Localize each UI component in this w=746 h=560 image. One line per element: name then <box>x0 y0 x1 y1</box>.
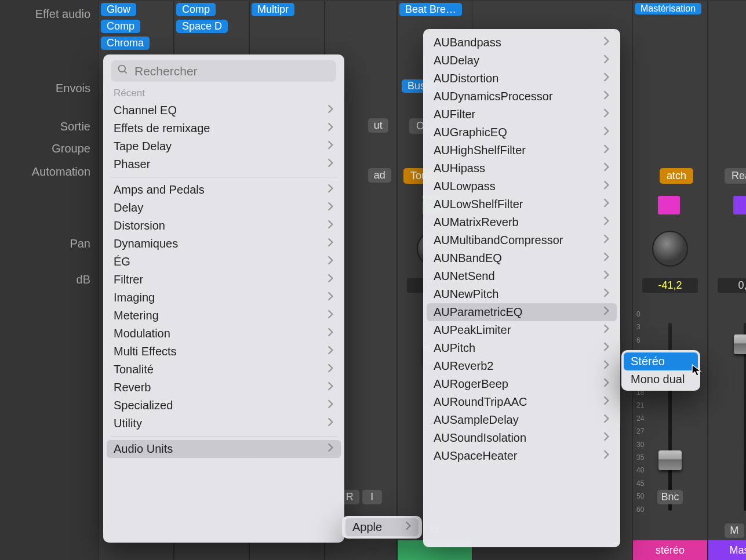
fx-plugin[interactable]: Comp <box>101 20 140 33</box>
output-button[interactable]: ut <box>368 118 388 133</box>
menu-item[interactable]: AUDelay <box>427 52 617 70</box>
menu-item[interactable]: Tape Delay <box>107 137 341 155</box>
menu-item[interactable]: AUReverb2 <box>427 357 617 375</box>
menu-item[interactable]: Modulation <box>107 325 341 343</box>
menu-item[interactable]: Channel EQ <box>107 101 341 119</box>
fx-plugin[interactable]: Glow <box>101 3 136 16</box>
menu-item[interactable]: AUGraphicEQ <box>427 123 617 141</box>
menu-item[interactable]: AUBandpass <box>427 34 617 52</box>
db-readout[interactable]: 0,0 <box>718 278 746 293</box>
fx-plugin[interactable]: Mastérisation <box>635 3 701 14</box>
menu-item[interactable]: AURogerBeep <box>427 375 617 393</box>
chevron-right-icon <box>603 162 610 175</box>
menu-item[interactable]: Imaging <box>107 289 341 307</box>
automation-mode[interactable]: Read <box>725 168 746 184</box>
menu-item[interactable]: Reverb <box>107 379 341 397</box>
menu-item[interactable]: Stéréo <box>624 352 698 370</box>
chevron-right-icon <box>327 363 334 376</box>
menu-item[interactable]: AUDynamicsProcessor <box>427 88 617 106</box>
menu-item[interactable]: AUMultibandCompressor <box>427 231 617 249</box>
menu-item[interactable]: AUPitch <box>427 339 617 357</box>
fx-plugin[interactable]: Comp <box>176 3 216 16</box>
search-input[interactable] <box>134 64 330 78</box>
search-field[interactable] <box>111 60 336 82</box>
menu-item[interactable]: Mono dual <box>624 370 698 388</box>
chevron-right-icon <box>327 417 334 430</box>
menu-item[interactable]: AUSoundIsolation <box>427 429 617 447</box>
menu-item[interactable]: Phaser <box>107 155 341 173</box>
chevron-right-icon <box>327 381 334 394</box>
menu-item[interactable]: Metering <box>107 307 341 325</box>
menu-item[interactable]: AUPeakLimiter <box>427 321 617 339</box>
label-sortie: Sortie <box>0 117 90 136</box>
bounce-button[interactable]: Bnc <box>657 490 682 504</box>
label-envois: Envois <box>0 79 90 97</box>
label-db: dB <box>0 270 90 289</box>
menu-item[interactable]: Utility <box>107 414 341 432</box>
chevron-right-icon <box>603 54 610 67</box>
menu-item[interactable]: Distorsion <box>107 217 341 235</box>
fader[interactable] <box>734 323 746 511</box>
menu-item[interactable]: AUDistortion <box>427 70 617 88</box>
chevron-right-icon <box>405 521 412 534</box>
chevron-right-icon <box>603 288 610 301</box>
menu-item[interactable]: Delay <box>107 199 341 217</box>
label-groupe: Groupe <box>0 139 90 158</box>
menu-item[interactable]: AUNetSend <box>427 267 617 285</box>
menu-item[interactable]: AUParametricEQ <box>427 303 617 321</box>
menu-item[interactable]: AUHighShelfFilter <box>427 141 617 159</box>
mute-button[interactable]: M <box>725 523 744 538</box>
menu-item-apple[interactable]: Apple <box>345 518 419 536</box>
label-pan: Pan <box>0 234 90 253</box>
chevron-right-icon <box>327 104 334 117</box>
chevron-right-icon <box>603 377 610 391</box>
menu-item[interactable]: Filtrer <box>107 271 341 289</box>
fx-plugin[interactable]: Space D <box>176 20 228 33</box>
menu-item[interactable]: AUSampleDelay <box>427 411 617 429</box>
menu-item[interactable]: AUHipass <box>427 159 617 177</box>
db-readout[interactable]: -41,2 <box>642 278 698 293</box>
chevron-right-icon <box>327 442 334 456</box>
menu-item[interactable]: AUMatrixReverb <box>427 213 617 231</box>
audio-unit-list[interactable]: AUBandpassAUDelayAUDistortionAUDynamicsP… <box>423 29 620 547</box>
strip-name[interactable]: stéréo <box>633 540 707 560</box>
plugin-menu[interactable]: Récent Channel EQEffets de remixageTape … <box>103 54 344 543</box>
menu-item[interactable]: AURoundTripAAC <box>427 393 617 411</box>
menu-item[interactable]: Tonalité <box>107 361 341 379</box>
input-button[interactable]: I <box>362 490 382 504</box>
strip-name[interactable]: Master <box>708 540 746 560</box>
chevron-right-icon <box>603 234 610 247</box>
menu-item[interactable]: AUNBandEQ <box>427 249 617 267</box>
menu-item[interactable]: Effets de remixage <box>107 119 341 137</box>
chevron-right-icon <box>327 255 334 268</box>
menu-item[interactable]: AULowShelfFilter <box>427 195 617 213</box>
menu-item[interactable]: Amps and Pedals <box>107 181 341 199</box>
label-effet: Effet audio <box>0 5 90 23</box>
menu-item[interactable]: ÉG <box>107 253 341 271</box>
chevron-right-icon <box>603 126 610 139</box>
menu-item[interactable]: AUSpaceHeater <box>427 447 617 465</box>
pan-knob[interactable] <box>652 231 688 267</box>
chevron-right-icon <box>603 306 610 319</box>
menu-item[interactable]: Specialized <box>107 397 341 414</box>
svg-point-0 <box>119 66 126 72</box>
automation-mode[interactable]: ad <box>368 168 391 183</box>
menu-item[interactable]: Multi Effects <box>107 343 341 361</box>
manufacturer-menu[interactable]: Apple <box>342 516 422 539</box>
menu-item[interactable]: Dynamiques <box>107 235 341 253</box>
fx-plugin[interactable]: Beat Bre… <box>399 3 462 16</box>
chevron-right-icon <box>603 270 610 283</box>
menu-item[interactable]: AUNewPitch <box>427 285 617 303</box>
chevron-right-icon <box>603 108 610 121</box>
menu-item[interactable]: AUFilter <box>427 106 617 123</box>
chevron-right-icon <box>327 327 334 340</box>
section-recent: Récent <box>107 85 341 101</box>
automation-mode[interactable]: atch <box>660 168 693 184</box>
fx-plugin[interactable]: Chroma <box>101 37 150 50</box>
channel-format-menu[interactable]: StéréoMono dual <box>621 350 700 391</box>
fx-plugin[interactable]: Multipr <box>252 3 294 16</box>
chevron-right-icon <box>327 345 334 358</box>
row-labels: Effet audio Envois Sortie Groupe Automat… <box>0 1 99 560</box>
menu-item-audio-units[interactable]: Audio Units <box>107 440 341 458</box>
menu-item[interactable]: AULowpass <box>427 177 617 195</box>
